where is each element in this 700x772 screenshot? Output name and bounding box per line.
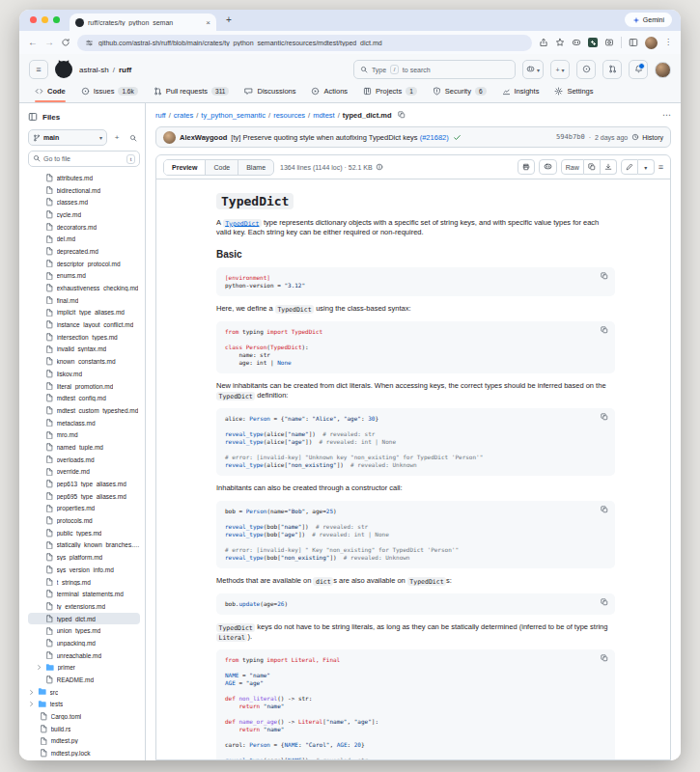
repo-tab-projects[interactable]: Projects1 xyxy=(357,82,423,102)
commit-message[interactable]: [ty] Preserve quoting style when autofix… xyxy=(231,133,448,142)
close-window-button[interactable] xyxy=(30,16,37,23)
close-tab-icon[interactable]: × xyxy=(206,18,210,27)
chevron-right-icon[interactable] xyxy=(36,664,42,671)
latest-commit-bar[interactable]: AlexWaygood [ty] Preserve quoting style … xyxy=(155,126,671,148)
repo-tab-pull-requests[interactable]: Pull requests311 xyxy=(148,82,236,102)
notifications-button[interactable] xyxy=(629,60,648,79)
tree-file-README.md[interactable]: README.md xyxy=(28,674,140,686)
inline-code-link[interactable]: TypedDict xyxy=(223,218,262,227)
tree-file-classes.md[interactable]: classes.md xyxy=(28,196,140,208)
tree-file-build.rs[interactable]: build.rs xyxy=(28,723,140,735)
view-tab-preview[interactable]: Preview xyxy=(164,160,206,175)
edit-dropdown-button[interactable]: ▾ xyxy=(638,159,655,175)
tree-file-pep695_type_aliases.md[interactable]: pep695_type_aliases.md xyxy=(28,490,140,503)
tree-file-unreachable.md[interactable]: unreachable.md xyxy=(28,649,140,662)
more-options-icon[interactable]: ⋯ xyxy=(662,110,671,120)
reload-button[interactable] xyxy=(61,38,70,47)
commit-sha[interactable]: 594b7b0 xyxy=(556,133,585,141)
create-new-button[interactable]: + ▾ xyxy=(550,60,570,79)
copy-code-icon[interactable] xyxy=(601,413,608,421)
tree-file-final.md[interactable]: final.md xyxy=(28,294,140,307)
tree-file-decorators.md[interactable]: decorators.md xyxy=(28,221,140,234)
breadcrumb-link-ty_python_semantic[interactable]: ty_python_semantic xyxy=(201,111,266,120)
tree-file-known_constants.md[interactable]: known_constants.md xyxy=(28,355,140,368)
tree-file-attributes.md[interactable]: attributes.md xyxy=(28,172,140,184)
tree-file-descriptor_protocol.md[interactable]: descriptor_protocol.md xyxy=(28,258,140,270)
tree-file-pep613_type_aliases.md[interactable]: pep613_type_aliases.md xyxy=(28,478,140,490)
tree-file-mdtest_config.md[interactable]: mdtest_config.md xyxy=(28,392,140,404)
tree-file-sys_version_info.md[interactable]: sys_version_info.md xyxy=(28,564,140,576)
tree-file-del.md[interactable]: del.md xyxy=(28,233,140,245)
history-button[interactable]: History xyxy=(631,133,663,141)
tree-folder-tests[interactable]: tests xyxy=(28,699,140,711)
tree-folder-primer[interactable]: primer xyxy=(28,662,140,675)
tree-file-ty_extensions.md[interactable]: ty_extensions.md xyxy=(28,600,140,613)
global-search-input[interactable]: Type / to search xyxy=(353,60,516,79)
copy-path-icon[interactable] xyxy=(398,111,406,119)
search-files-button[interactable] xyxy=(126,131,140,145)
tree-file-mdtest_custom_typeshed.md[interactable]: mdtest_custom_typeshed.md xyxy=(28,404,140,417)
breadcrumb-link-ruff[interactable]: ruff xyxy=(155,111,166,120)
copy-code-icon[interactable] xyxy=(601,326,608,334)
url-bar[interactable]: github.com/astral-sh/ruff/blob/main/crat… xyxy=(77,35,532,51)
repo-tab-issues[interactable]: Issues1.6k xyxy=(75,82,144,102)
forward-button[interactable]: → xyxy=(44,38,54,47)
pr-link[interactable]: (#21682) xyxy=(420,133,449,142)
tree-file-terminal_statements.md[interactable]: terminal_statements.md xyxy=(28,588,140,600)
tree-file-t_strings.md[interactable]: t_strings.md xyxy=(28,576,140,589)
sidepanel-icon[interactable] xyxy=(629,38,638,47)
copy-code-icon[interactable] xyxy=(601,272,608,280)
tree-file-instance_layout_conflict.md[interactable]: instance_layout_conflict.md xyxy=(28,318,140,331)
copilot-button[interactable]: ▾ xyxy=(522,60,544,79)
tree-file-mdtest.py[interactable]: mdtest.py xyxy=(28,735,140,748)
org-link[interactable]: astral-sh xyxy=(79,66,109,74)
tree-file-overloads.md[interactable]: overloads.md xyxy=(28,454,140,466)
repo-tab-settings[interactable]: Settings xyxy=(548,82,599,102)
minimize-window-button[interactable] xyxy=(42,16,48,23)
repo-tab-code[interactable]: Code xyxy=(29,82,71,102)
chevron-right-icon[interactable] xyxy=(28,701,35,707)
new-tab-button[interactable]: + xyxy=(226,14,232,25)
repo-tab-insights[interactable]: Insights xyxy=(496,82,546,102)
tree-file-implicit_type_aliases.md[interactable]: implicit_type_aliases.md xyxy=(28,307,140,319)
go-to-file-input[interactable]: Go to file t xyxy=(28,151,140,167)
copy-code-icon[interactable] xyxy=(601,598,608,606)
tree-file-protocols.md[interactable]: protocols.md xyxy=(28,514,140,527)
commit-author-avatar[interactable] xyxy=(163,131,176,144)
tree-file-unpacking.md[interactable]: unpacking.md xyxy=(28,637,140,649)
tree-file-literal_promotion.md[interactable]: literal_promotion.md xyxy=(28,380,140,393)
commit-author[interactable]: AlexWaygood xyxy=(180,133,227,142)
tree-file-liskov.md[interactable]: liskov.md xyxy=(28,368,140,380)
tree-file-override.md[interactable]: override.md xyxy=(28,466,140,479)
tree-file-bidirectional.md[interactable]: bidirectional.md xyxy=(28,184,140,197)
your-issues-button[interactable] xyxy=(576,60,596,79)
outline-button[interactable]: ≡ xyxy=(658,162,663,172)
breadcrumb-link-mdtest[interactable]: mdtest xyxy=(313,111,335,120)
tree-file-Cargo.toml[interactable]: Cargo.toml xyxy=(28,710,140,723)
view-tab-code[interactable]: Code xyxy=(206,160,238,175)
gemini-button[interactable]: Gemini xyxy=(625,13,672,27)
edit-button[interactable] xyxy=(621,159,638,175)
tree-file-properties.md[interactable]: properties.md xyxy=(28,503,140,515)
file-info-icon[interactable] xyxy=(376,163,383,171)
browser-tab[interactable]: ruff/crates/ty_python_seman × xyxy=(70,14,216,31)
browser-menu-icon[interactable]: ⋮ xyxy=(664,39,672,46)
github-logo[interactable] xyxy=(55,61,72,78)
bookmark-star-icon[interactable] xyxy=(555,38,565,47)
repo-link[interactable]: ruff xyxy=(119,66,131,74)
extension-lens-icon[interactable] xyxy=(604,38,614,47)
tree-file-sys_platform.md[interactable]: sys_platform.md xyxy=(28,551,140,564)
window-controls[interactable] xyxy=(30,16,60,23)
copy-raw-button[interactable] xyxy=(584,159,601,175)
user-avatar[interactable] xyxy=(655,62,671,78)
extension-green-icon[interactable] xyxy=(588,38,598,47)
copy-code-icon[interactable] xyxy=(601,506,608,513)
tree-file-cycle.md[interactable]: cycle.md xyxy=(28,208,140,221)
repo-tab-discussions[interactable]: Discussions xyxy=(238,82,301,102)
breadcrumb-link-crates[interactable]: crates xyxy=(174,111,193,120)
site-settings-icon[interactable] xyxy=(85,39,94,47)
your-pull-requests-button[interactable] xyxy=(602,60,622,79)
branch-selector[interactable]: main ▾ xyxy=(28,129,107,146)
browser-profile-avatar[interactable] xyxy=(645,37,658,49)
tree-file-typed_dict.md[interactable]: typed_dict.md xyxy=(28,613,140,625)
